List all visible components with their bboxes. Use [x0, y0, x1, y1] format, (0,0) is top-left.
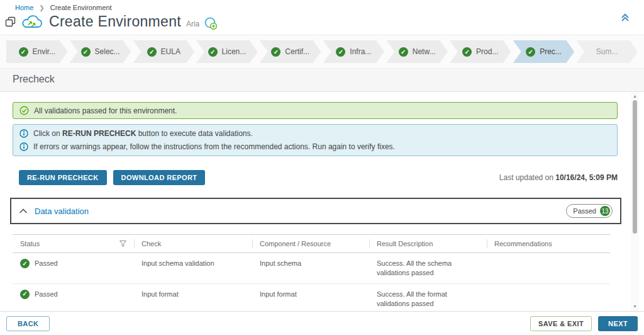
- chevron-right-icon: ❯: [39, 4, 44, 11]
- column-header-result[interactable]: Result Description: [369, 235, 487, 253]
- precheck-toolbar: RE-RUN PRECHECK DOWNLOAD REPORT Last upd…: [19, 170, 618, 185]
- check-circle-icon: ✓: [336, 47, 345, 57]
- step-label: EULA: [161, 47, 180, 56]
- filter-icon[interactable]: [119, 241, 126, 247]
- column-header-recommendations[interactable]: Recommendations: [487, 235, 610, 253]
- info-icon: [19, 129, 28, 138]
- save-and-exit-button[interactable]: SAVE & EXIT: [530, 316, 592, 331]
- check-circle-icon: ✓: [19, 47, 28, 57]
- info-line-1: Click on RE-RUN PRECHECK button to execu…: [19, 129, 611, 138]
- column-header-status[interactable]: Status: [13, 235, 134, 253]
- wizard-step-select[interactable]: ✓ Selec...: [70, 40, 131, 63]
- cell-check: Input format: [134, 283, 252, 311]
- step-label: Prec...: [540, 47, 562, 56]
- footer-right-actions: SAVE & EXIT NEXT: [530, 316, 638, 331]
- check-circle-icon: ✓: [208, 47, 218, 57]
- cell-component: Input schema: [252, 253, 369, 284]
- wizard-step-products[interactable]: ✓ Prod...: [450, 40, 511, 63]
- wizard-step-network[interactable]: ✓ Netw...: [386, 40, 448, 63]
- wizard-step-eula[interactable]: ✓ EULA: [133, 40, 194, 63]
- success-check-circle-icon: [19, 106, 29, 115]
- scrollbar-thumb[interactable]: [633, 100, 637, 234]
- breadcrumb: Home ❯ Create Environment: [15, 4, 634, 11]
- scroll-up-arrow-icon[interactable]: ▲: [631, 92, 639, 99]
- validation-table: Status Check Component / Resource Result…: [13, 234, 610, 311]
- rerun-precheck-button[interactable]: RE-RUN PRECHECK: [19, 170, 107, 185]
- vertical-scrollbar[interactable]: ▲ ▼: [631, 92, 639, 311]
- success-alert: All validations passed for this environm…: [13, 102, 618, 119]
- step-label: Envir...: [33, 47, 56, 56]
- wizard-step-environment[interactable]: ✓ Envir...: [6, 40, 68, 63]
- cell-check: Input schema validation: [134, 253, 252, 284]
- cell-result: Success. All the schema validations pass…: [369, 253, 487, 284]
- check-circle-icon: ✓: [147, 47, 157, 57]
- check-circle-icon: ✓: [526, 47, 535, 57]
- info-text: If errors or warnings appear, follow the…: [33, 142, 395, 151]
- badge-count: 13: [600, 206, 610, 216]
- step-label: Licen...: [222, 47, 247, 56]
- breadcrumb-current: Create Environment: [50, 4, 112, 11]
- check-circle-icon: ✓: [462, 47, 472, 57]
- badge-label: Passed: [573, 207, 596, 215]
- next-button[interactable]: NEXT: [598, 316, 638, 331]
- top-bar: Home ❯ Create Environment: [0, 0, 644, 11]
- wizard-step-bar: ✓ Envir... ✓ Selec... ✓ EULA ✓ Licen... …: [0, 35, 644, 69]
- create-environment-page: Home ❯ Create Environment Create Environ…: [0, 0, 644, 335]
- table-row[interactable]: ✓Passed Input schema validation Input sc…: [13, 253, 610, 284]
- chevron-up-icon[interactable]: [19, 208, 28, 213]
- wizard-step-infrastructure[interactable]: ✓ Infra...: [323, 40, 385, 63]
- breadcrumb-home-link[interactable]: Home: [15, 4, 33, 11]
- wizard-step-summary[interactable]: Sum...: [576, 40, 638, 63]
- precheck-content: All validations passed for this environm…: [0, 92, 644, 311]
- cell-result: Success. All the format validations pass…: [369, 283, 487, 311]
- section-title: Precheck: [0, 69, 644, 92]
- wizard-step-precheck[interactable]: ✓ Prec...: [513, 40, 575, 63]
- page-title: Create Environment: [49, 13, 181, 30]
- title-row: Create Environment Aria: [0, 11, 644, 35]
- info-text: Click on RE-RUN PRECHECK button to execu…: [33, 129, 253, 138]
- cell-recommendation: [487, 283, 610, 311]
- cell-component: Input format: [252, 283, 369, 311]
- product-label: Aria: [186, 20, 199, 28]
- passed-count-badge: Passed 13: [566, 204, 613, 218]
- info-alert: Click on RE-RUN PRECHECK button to execu…: [13, 124, 618, 156]
- column-header-check[interactable]: Check: [134, 235, 252, 253]
- step-label: Selec...: [95, 47, 120, 56]
- check-circle-icon: ✓: [81, 47, 91, 57]
- wizard-footer: BACK SAVE & EXIT NEXT: [0, 311, 644, 335]
- table-row[interactable]: ✓Passed Input format Input format Succes…: [13, 283, 610, 311]
- check-circle-icon: ✓: [271, 47, 280, 57]
- step-label: Prod...: [476, 47, 498, 56]
- step-label: Netw...: [413, 47, 436, 56]
- info-icon: [19, 142, 28, 151]
- back-button[interactable]: BACK: [6, 316, 50, 331]
- step-label: Certif...: [285, 47, 309, 56]
- copy-windows-icon: [5, 16, 16, 27]
- wizard-step-license[interactable]: ✓ Licen...: [196, 40, 258, 63]
- scroll-down-arrow-icon[interactable]: ▼: [631, 302, 639, 310]
- passed-check-icon: ✓: [20, 259, 30, 268]
- accordion-title: Data validation: [35, 207, 89, 216]
- marketplace-circle-plus-icon: [204, 16, 218, 30]
- download-report-button[interactable]: DOWNLOAD REPORT: [113, 170, 206, 185]
- last-updated-text: Last updated on 10/16/24, 5:09 PM: [499, 173, 618, 182]
- cell-status: Passed: [35, 290, 58, 299]
- column-header-component[interactable]: Component / Resource: [252, 235, 369, 253]
- wizard-step-certificate[interactable]: ✓ Certif...: [260, 40, 321, 63]
- step-label: Sum...: [596, 47, 618, 56]
- cell-recommendation: [487, 253, 610, 284]
- step-label: Infra...: [350, 47, 371, 56]
- table-header-row: Status Check Component / Resource Result…: [13, 235, 610, 253]
- cell-status: Passed: [35, 259, 58, 268]
- passed-check-icon: ✓: [20, 290, 30, 299]
- info-line-2: If errors or warnings appear, follow the…: [19, 142, 611, 151]
- data-validation-accordion-header[interactable]: Data validation Passed 13: [10, 198, 621, 224]
- collapse-header-icon[interactable]: [620, 13, 630, 22]
- success-alert-text: All validations passed for this environm…: [34, 106, 177, 115]
- cloud-environment-icon: [21, 14, 43, 30]
- check-circle-icon: ✓: [399, 47, 408, 57]
